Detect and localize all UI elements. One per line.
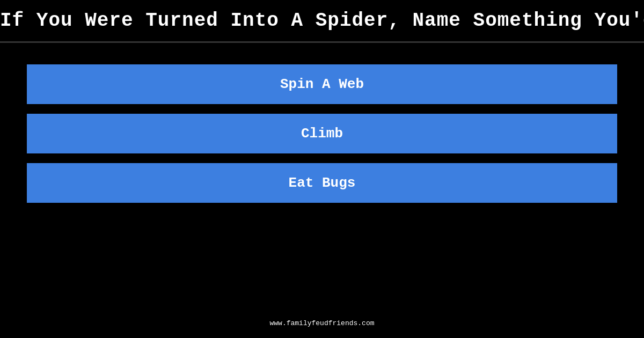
answer-button-2[interactable]: Climb (27, 114, 617, 153)
answers-list: Spin A Web Climb Eat Bugs (0, 48, 644, 219)
question-text: If You Were Turned Into A Spider, Name S… (0, 10, 644, 32)
footer-url: www.familyfeudfriends.com (269, 319, 374, 327)
answer-button-3[interactable]: Eat Bugs (27, 163, 617, 203)
question-header: If You Were Turned Into A Spider, Name S… (0, 0, 644, 43)
answer-button-1[interactable]: Spin A Web (27, 64, 617, 104)
footer-text: www.familyfeudfriends.com (269, 319, 374, 327)
